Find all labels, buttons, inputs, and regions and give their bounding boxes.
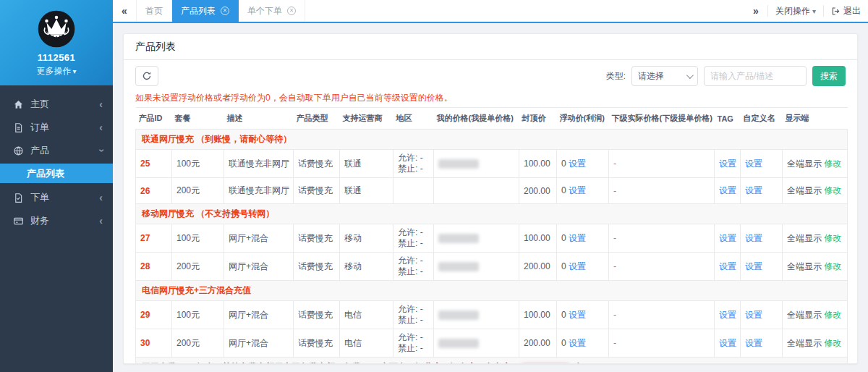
product-group-row: 移动网厅慢充 （不支持携号转网） <box>136 204 848 224</box>
cell-sub-price: - <box>609 301 715 329</box>
cell-tag: 设置 <box>715 329 741 358</box>
close-tab-icon[interactable]: ✕ <box>221 7 229 15</box>
logout-button[interactable]: 退出 <box>824 0 868 22</box>
cell-display: 全端显示 修改 <box>783 150 848 178</box>
cell-description: 网厅+混合 <box>224 224 294 253</box>
tab-home[interactable]: 首页 <box>136 0 172 22</box>
finance-icon <box>13 216 24 227</box>
sidebar-subitem-product-list[interactable]: 产品列表 <box>0 164 113 183</box>
float-price-set-link[interactable]: 设置 <box>569 338 586 348</box>
cell-description: 网厅+混合 <box>224 253 294 281</box>
float-price-set-link[interactable]: 设置 <box>569 185 586 195</box>
cell-product-type: 话费慢充 <box>294 329 340 358</box>
close-tab-icon[interactable]: ✕ <box>287 7 296 15</box>
type-select[interactable]: 请选择 <box>631 66 698 86</box>
cell-custom-name: 设置 <box>741 224 783 253</box>
region-deny: 禁止: - <box>398 164 429 174</box>
table-row: 30200元网厅+混合话费慢充电信允许: -禁止: -200.000 设置-设置… <box>136 329 848 358</box>
sidebar: 1112561 更多操作▾ 主页‹订单‹产品‹产品列表下单‹财务‹ <box>0 0 113 372</box>
tag-set-link[interactable]: 设置 <box>719 310 736 320</box>
chevron-down-icon: ▾ <box>72 67 76 75</box>
chevron-left-icon: ‹ <box>99 216 103 226</box>
display-value: 全端显示 <box>787 338 822 348</box>
region-deny: 禁止: - <box>398 238 429 249</box>
display-modify-link[interactable]: 修改 <box>824 233 841 243</box>
refresh-button[interactable] <box>135 66 158 86</box>
sidebar-item-orders[interactable]: 订单‹ <box>0 116 113 139</box>
tab-bar: « 首页产品列表✕单个下单✕ » 关闭操作▾ 退出 <box>113 0 868 23</box>
region-allow: 允许: - <box>398 153 429 164</box>
column-header-6: 我的价格(我提单价格) <box>434 108 519 130</box>
chevron-down-icon: ‹ <box>96 149 106 153</box>
custom-name-set-link[interactable]: 设置 <box>745 185 762 195</box>
cell-product-id: 29 <box>136 301 172 329</box>
cell-sub-price: - <box>609 150 715 178</box>
cell-carrier: 联通 <box>340 150 393 178</box>
cell-region: 允许: -禁止: - <box>393 224 434 253</box>
custom-name-set-link[interactable]: 设置 <box>745 310 762 320</box>
cell-description: 联通慢充非网厅 <box>224 150 294 178</box>
sidebar-item-products[interactable]: 产品‹ <box>0 139 113 162</box>
column-header-10: TAG <box>715 108 741 130</box>
cell-tag: 设置 <box>715 301 741 329</box>
logout-icon <box>831 7 841 16</box>
search-button[interactable]: 搜索 <box>812 66 846 86</box>
cell-cap-price: 200.00 <box>519 178 557 204</box>
cell-package: 100元 <box>172 301 224 329</box>
search-input[interactable] <box>704 66 807 86</box>
cell-product-type: 话费慢充 <box>294 178 340 204</box>
cell-product-id: 28 <box>136 253 172 281</box>
tab-product-list[interactable]: 产品列表✕ <box>172 0 239 22</box>
custom-name-set-link[interactable]: 设置 <box>745 158 762 169</box>
tab-single-order[interactable]: 单个下单✕ <box>239 0 305 22</box>
cell-float-price: 0 设置 <box>557 178 609 204</box>
logout-label: 退出 <box>843 5 861 17</box>
tag-set-link[interactable]: 设置 <box>719 185 736 195</box>
tab-scroll-left-icon[interactable]: « <box>113 0 136 22</box>
tab-scroll-right-icon[interactable]: » <box>744 5 767 17</box>
display-modify-link[interactable]: 修改 <box>824 158 841 169</box>
censored-price <box>438 339 479 348</box>
custom-name-set-link[interactable]: 设置 <box>745 233 762 243</box>
table-body: 联通网厅慢充 （到账慢，请耐心等待）25100元联通慢充非网厅话费慢充联通允许:… <box>136 130 848 365</box>
table-row: 26200元联通慢充非网厅话费慢充联通200.000 设置-设置设置全端显示 修… <box>136 178 848 204</box>
cell-cap-price: 100.00 <box>519 224 557 253</box>
tag-set-link[interactable]: 设置 <box>719 261 736 271</box>
display-modify-link[interactable]: 修改 <box>824 185 841 195</box>
sidebar-item-home[interactable]: 主页‹ <box>0 93 113 116</box>
cell-cap-price: 200.00 <box>519 253 557 281</box>
float-price-set-link[interactable]: 设置 <box>569 158 586 169</box>
float-price-set-link[interactable]: 设置 <box>569 310 586 320</box>
sidebar-item-label: 订单 <box>30 121 99 134</box>
custom-name-set-link[interactable]: 设置 <box>745 261 762 271</box>
tab-label: 单个下单 <box>247 5 282 17</box>
cell-region <box>393 178 434 204</box>
price-notice: 如果未设置浮动价格或者浮动价为0，会自动取下单用户自己当前等级设置的价格。 <box>135 92 846 104</box>
display-modify-link[interactable]: 修改 <box>824 261 841 271</box>
product-list-card: 产品列表 类型: 请选择 搜索 如果未设置浮动价格或者浮动价为0，会自动取下单用… <box>123 33 858 364</box>
sidebar-item-place-order[interactable]: 下单‹ <box>0 186 113 209</box>
cell-display: 全端显示 修改 <box>783 301 848 329</box>
display-modify-link[interactable]: 修改 <box>824 310 841 320</box>
close-operations-dropdown[interactable]: 关闭操作▾ <box>768 0 823 22</box>
cell-product-id: 27 <box>136 224 172 253</box>
censored-text <box>522 363 569 364</box>
column-header-9: 下级实际价格(下级提单价格) <box>609 108 715 130</box>
place-order-icon <box>13 193 24 203</box>
float-price-set-link[interactable]: 设置 <box>569 261 586 271</box>
display-modify-link[interactable]: 修改 <box>824 338 841 348</box>
tag-set-link[interactable]: 设置 <box>719 158 736 169</box>
column-header-11: 自定义名 <box>741 108 783 130</box>
float-price-set-link[interactable]: 设置 <box>569 233 586 243</box>
custom-name-set-link[interactable]: 设置 <box>745 338 762 348</box>
tag-set-link[interactable]: 设置 <box>719 233 736 243</box>
cell-float-price: 0 设置 <box>557 301 609 329</box>
page-title: 产品列表 <box>124 34 857 60</box>
cell-region: 允许: -禁止: - <box>393 301 434 329</box>
sidebar-item-finance[interactable]: 财务‹ <box>0 209 113 232</box>
cell-sub-price: - <box>609 224 715 253</box>
tag-set-link[interactable]: 设置 <box>719 338 736 348</box>
cell-carrier: 电信 <box>340 329 393 358</box>
main-area: 产品列表 类型: 请选择 搜索 如果未设置浮动价格或者浮动价为0，会自动取下单用… <box>113 25 868 372</box>
more-actions-dropdown[interactable]: 更多操作▾ <box>0 65 113 77</box>
